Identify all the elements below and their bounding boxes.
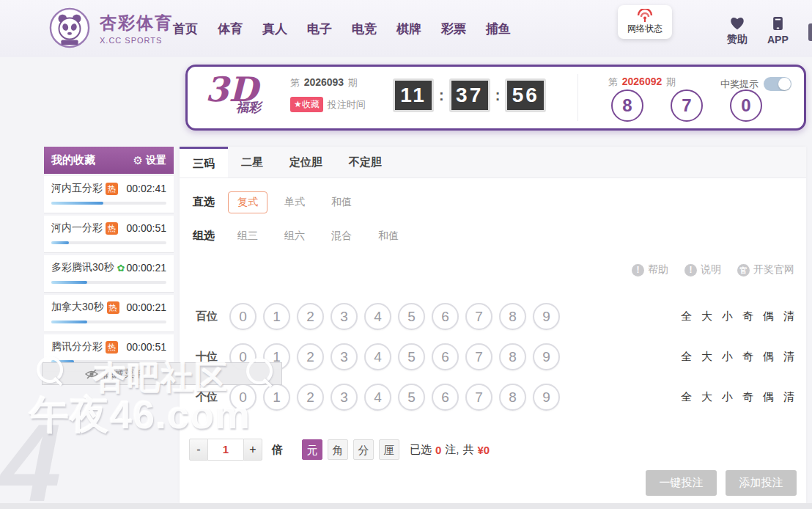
betting-link-2[interactable]: 官开奖官网 xyxy=(737,263,794,277)
ball-0-0[interactable]: 0 xyxy=(229,303,256,330)
ball-2-4[interactable]: 4 xyxy=(364,384,391,411)
favorite-lottery-item[interactable]: 河内一分彩热00:00:51 xyxy=(44,216,174,253)
betting-link-1[interactable]: !说明 xyxy=(684,263,721,277)
app-download-button[interactable]: APP xyxy=(767,16,789,45)
favorite-item-countdown: 00:02:41 xyxy=(127,183,167,194)
play-option-0-0[interactable]: 复式 xyxy=(228,191,267,213)
quick-pick-1-0[interactable]: 全 xyxy=(681,350,692,364)
brand-home-link[interactable]: 杏彩体育 X.CC SPORTS xyxy=(48,7,173,49)
unit-0[interactable]: 元 xyxy=(302,439,322,460)
quick-pick-1-5[interactable]: 清 xyxy=(783,350,794,364)
network-status-button[interactable]: 网络状态 xyxy=(618,5,672,39)
last-issue-number: 2026092 xyxy=(622,76,662,87)
play-option-1-1[interactable]: 组六 xyxy=(275,225,314,247)
nav-item-esports[interactable]: 电竞 xyxy=(352,21,377,37)
sidebar-title: 我的收藏 xyxy=(51,153,95,167)
ball-1-7[interactable]: 7 xyxy=(465,343,492,370)
nav-item-sports[interactable]: 体育 xyxy=(218,21,243,37)
ball-0-1[interactable]: 1 xyxy=(263,303,290,330)
quick-pick-0-1[interactable]: 大 xyxy=(701,310,712,323)
tab-1[interactable]: 二星 xyxy=(228,147,276,177)
watermark-corner: 4 xyxy=(0,400,61,509)
quick-pick-0-2[interactable]: 小 xyxy=(722,310,733,323)
nav-item-chess[interactable]: 棋牌 xyxy=(396,21,421,37)
play-option-1-2[interactable]: 混合 xyxy=(322,225,361,247)
ball-2-0[interactable]: 0 xyxy=(229,384,256,411)
favorite-badge-button[interactable]: ★收藏 xyxy=(290,97,323,112)
new-flower-icon: ✿ xyxy=(117,263,125,274)
quick-pick-1-2[interactable]: 小 xyxy=(722,350,733,364)
ball-2-3[interactable]: 3 xyxy=(331,384,358,411)
ball-0-2[interactable]: 2 xyxy=(297,303,324,330)
quick-pick-2-5[interactable]: 清 xyxy=(783,390,794,404)
multiplier-input[interactable]: 1 xyxy=(208,439,243,461)
countdown-colon: : xyxy=(495,87,501,104)
favorite-item-row: 加拿大30秒热00:00:21 xyxy=(51,301,166,314)
hide-menu-button[interactable]: 隐藏菜单 xyxy=(42,362,282,385)
quick-pick-1-4[interactable]: 偶 xyxy=(763,350,774,364)
play-option-0-2[interactable]: 和值 xyxy=(322,191,361,213)
quick-pick-2-4[interactable]: 偶 xyxy=(763,390,774,404)
nav-item-home[interactable]: 首页 xyxy=(173,21,198,37)
quick-pick-2-0[interactable]: 全 xyxy=(681,390,692,404)
multiplier-increase-button[interactable]: + xyxy=(243,439,262,461)
settings-button[interactable]: ⚙ 设置 xyxy=(133,154,166,167)
progress-fill xyxy=(51,241,69,244)
play-option-1-3[interactable]: 和值 xyxy=(369,225,408,247)
unit-2[interactable]: 分 xyxy=(353,439,374,460)
favorite-lottery-item[interactable]: 加拿大30秒热00:00:21 xyxy=(44,295,174,332)
unit-3[interactable]: 厘 xyxy=(379,439,399,460)
sponsor-button[interactable]: 赞助 xyxy=(727,16,748,46)
tab-0[interactable]: 三码 xyxy=(180,147,228,177)
ball-1-5[interactable]: 5 xyxy=(398,343,425,370)
quick-pick-0-4[interactable]: 偶 xyxy=(763,310,774,323)
quick-bet-button[interactable]: 一键投注 xyxy=(646,470,717,496)
betting-link-label: 开奖官网 xyxy=(753,263,794,277)
betting-link-0[interactable]: !帮助 xyxy=(632,263,668,277)
quick-pick-2-3[interactable]: 奇 xyxy=(742,390,753,404)
ball-1-2[interactable]: 2 xyxy=(297,343,324,370)
ball-1-4[interactable]: 4 xyxy=(364,343,391,370)
ball-2-9[interactable]: 9 xyxy=(533,384,560,411)
ball-0-7[interactable]: 7 xyxy=(465,303,492,330)
quick-pick-0-3[interactable]: 奇 xyxy=(742,310,753,323)
ball-2-5[interactable]: 5 xyxy=(398,384,425,411)
nav-item-lottery[interactable]: 彩票 xyxy=(441,21,466,37)
ball-0-4[interactable]: 4 xyxy=(364,303,391,330)
quick-pick-2-2[interactable]: 小 xyxy=(722,390,733,404)
tab-3[interactable]: 不定胆 xyxy=(336,147,395,177)
ball-0-6[interactable]: 6 xyxy=(432,303,459,330)
nav-item-slots[interactable]: 电子 xyxy=(307,21,332,37)
ball-0-5[interactable]: 5 xyxy=(398,303,425,330)
quick-pick-2-1[interactable]: 大 xyxy=(701,390,712,404)
favorite-item-row: 腾讯分分彩热00:00:51 xyxy=(51,340,166,354)
ball-1-9[interactable]: 9 xyxy=(533,343,560,370)
quick-pick-0-0[interactable]: 全 xyxy=(681,310,692,323)
play-option-1-0[interactable]: 组三 xyxy=(228,225,267,247)
nav-item-live[interactable]: 真人 xyxy=(262,21,287,37)
ball-1-8[interactable]: 8 xyxy=(499,343,526,370)
ball-0-3[interactable]: 3 xyxy=(331,303,358,330)
ball-2-8[interactable]: 8 xyxy=(499,384,526,411)
tab-2[interactable]: 定位胆 xyxy=(276,147,336,177)
ball-1-3[interactable]: 3 xyxy=(331,343,358,370)
favorite-lottery-item[interactable]: 河内五分彩热00:02:41 xyxy=(44,176,174,213)
ball-0-8[interactable]: 8 xyxy=(499,303,526,330)
add-bet-button[interactable]: 添加投注 xyxy=(726,470,797,496)
multiplier-decrease-button[interactable]: - xyxy=(189,439,208,461)
play-option-0-1[interactable]: 单式 xyxy=(275,191,314,213)
ball-2-7[interactable]: 7 xyxy=(465,384,492,411)
ball-1-6[interactable]: 6 xyxy=(432,343,459,370)
quick-pick-1-3[interactable]: 奇 xyxy=(742,350,753,364)
win-tip-toggle[interactable] xyxy=(764,77,791,91)
quick-pick-1-1[interactable]: 大 xyxy=(701,350,712,364)
ball-2-1[interactable]: 1 xyxy=(263,384,290,411)
unit-1[interactable]: 角 xyxy=(328,439,348,460)
ball-2-6[interactable]: 6 xyxy=(432,384,459,411)
favorite-lottery-item[interactable]: 多彩腾讯30秒✿00:00:21 xyxy=(44,255,174,293)
quick-pick-0-5[interactable]: 清 xyxy=(783,310,794,323)
ball-2-2[interactable]: 2 xyxy=(297,384,324,411)
ball-0-9[interactable]: 9 xyxy=(533,303,560,330)
favorite-item-row: 多彩腾讯30秒✿00:00:21 xyxy=(51,261,166,274)
nav-item-fishing[interactable]: 捕鱼 xyxy=(486,21,511,37)
